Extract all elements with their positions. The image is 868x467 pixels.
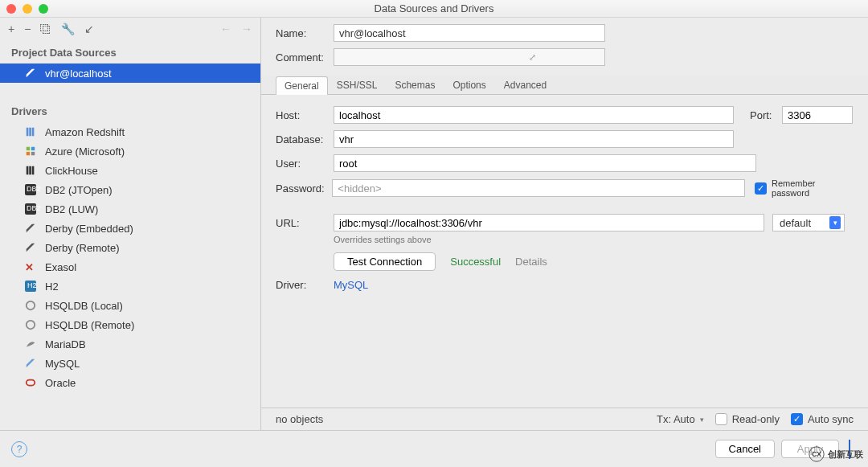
svg-rect-12 xyxy=(27,380,35,386)
svg-point-11 xyxy=(27,321,35,330)
dropdown-arrow-icon: ▾ xyxy=(829,216,841,229)
url-mode-value: default xyxy=(780,217,811,229)
driver-label: Azure (Microsoft) xyxy=(45,145,125,158)
datasource-label: vhr@localhost xyxy=(45,68,112,80)
datasource-tree: vhr@localhost xyxy=(0,63,260,83)
tab-sshssl[interactable]: SSH/SSL xyxy=(328,76,387,94)
watermark: CX 创新互联 xyxy=(809,446,863,462)
mysql-icon xyxy=(24,357,37,370)
port-label: Port: xyxy=(750,109,782,121)
driver-label: DB2 (JTOpen) xyxy=(45,184,113,196)
driver-item[interactable]: MariaDB xyxy=(0,334,260,354)
squares-icon xyxy=(24,145,37,158)
test-connection-button[interactable]: Test Connection xyxy=(334,252,436,271)
host-input[interactable] xyxy=(334,106,734,124)
svg-rect-6 xyxy=(31,152,35,155)
back-icon[interactable]: ← xyxy=(220,23,231,35)
db2-icon: DB2 xyxy=(24,183,37,196)
tab-options[interactable]: Options xyxy=(444,76,494,94)
driver-item[interactable]: Derby (Embedded) xyxy=(0,219,260,238)
driver-label: Driver: xyxy=(276,279,334,291)
database-input[interactable] xyxy=(334,130,734,148)
svg-rect-3 xyxy=(27,147,30,150)
name-label: Name: xyxy=(276,27,334,39)
tx-mode[interactable]: Tx: Auto▾ xyxy=(657,413,704,425)
bars-blue-icon xyxy=(24,125,37,138)
driver-label: ClickHouse xyxy=(45,165,98,177)
tab-advanced[interactable]: Advanced xyxy=(495,76,555,94)
driver-item[interactable]: ClickHouse xyxy=(0,161,260,180)
svg-rect-0 xyxy=(27,128,29,137)
name-input[interactable] xyxy=(334,24,605,42)
hsql-icon xyxy=(24,318,37,331)
svg-rect-8 xyxy=(29,166,31,175)
host-label: Host: xyxy=(276,109,334,121)
general-panel: Host: Port: Database: User: Password: xyxy=(261,95,868,408)
user-label: User: xyxy=(276,158,334,170)
driver-item[interactable]: ✕Exasol xyxy=(0,257,260,277)
svg-rect-5 xyxy=(27,152,30,155)
datasource-item[interactable]: vhr@localhost xyxy=(0,63,260,83)
hsql-icon xyxy=(24,299,37,312)
tab-schemas[interactable]: Schemas xyxy=(386,76,444,94)
bars-dark-icon xyxy=(24,164,37,177)
driver-item[interactable]: MySQL xyxy=(0,354,260,373)
driver-label: Derby (Embedded) xyxy=(45,223,133,235)
svg-text:CX: CX xyxy=(812,450,821,458)
driver-label: MariaDB xyxy=(45,338,86,350)
forward-icon[interactable]: → xyxy=(241,23,252,35)
password-input[interactable] xyxy=(332,179,745,197)
driver-item[interactable]: Azure (Microsoft) xyxy=(0,141,260,161)
driver-item[interactable]: HSQLDB (Remote) xyxy=(0,315,260,334)
details-link[interactable]: Details xyxy=(515,256,547,268)
url-hint: Overrides settings above xyxy=(334,235,854,244)
comment-input[interactable] xyxy=(334,48,605,66)
driver-item[interactable]: DB2DB2 (LUW) xyxy=(0,199,260,219)
x-icon: ✕ xyxy=(24,260,37,273)
feather-icon xyxy=(24,67,37,80)
add-icon[interactable]: + xyxy=(8,23,14,35)
sort-icon[interactable]: ↙ xyxy=(84,23,94,35)
feather-dark-icon xyxy=(24,241,37,254)
driver-item[interactable]: HSQLDB (Local) xyxy=(0,296,260,315)
driver-item[interactable]: Amazon Redshift xyxy=(0,122,260,141)
window-title: Data Sources and Drivers xyxy=(0,2,868,14)
copy-icon[interactable]: ⿻ xyxy=(40,23,51,35)
driver-item[interactable]: DB2DB2 (JTOpen) xyxy=(0,180,260,199)
help-button[interactable]: ? xyxy=(11,441,27,457)
remember-password-checkbox[interactable]: ✓ xyxy=(755,182,767,195)
drivers-header: Drivers xyxy=(0,99,260,122)
titlebar: Data Sources and Drivers xyxy=(0,0,868,18)
readonly-label: Read-only xyxy=(732,413,780,425)
feather-dark-icon xyxy=(24,222,37,235)
svg-rect-2 xyxy=(32,128,35,137)
database-label: Database: xyxy=(276,133,334,145)
url-mode-select[interactable]: default ▾ xyxy=(772,214,845,231)
user-input[interactable] xyxy=(334,154,756,172)
tab-general[interactable]: General xyxy=(276,76,328,95)
svg-rect-4 xyxy=(31,147,35,150)
cancel-button[interactable]: Cancel xyxy=(715,440,775,458)
sidebar-toolbar: + − ⿻ 🔧 ↙ ← → xyxy=(0,18,260,40)
autosync-checkbox[interactable]: ✓ xyxy=(791,413,803,425)
svg-rect-9 xyxy=(32,166,35,175)
tabs: GeneralSSH/SSLSchemasOptionsAdvanced xyxy=(261,76,868,95)
driver-label: Exasol xyxy=(45,261,76,273)
readonly-checkbox[interactable] xyxy=(715,413,727,425)
settings-icon[interactable]: 🔧 xyxy=(61,23,75,35)
url-input[interactable] xyxy=(334,214,764,231)
driver-link[interactable]: MySQL xyxy=(334,279,368,291)
svg-point-10 xyxy=(27,301,35,310)
svg-rect-1 xyxy=(29,128,31,137)
port-input[interactable] xyxy=(782,106,853,124)
svg-rect-7 xyxy=(27,166,29,175)
driver-item[interactable]: Derby (Remote) xyxy=(0,238,260,257)
driver-item[interactable]: H2H2 xyxy=(0,277,260,296)
datasources-header: Project Data Sources xyxy=(0,40,260,63)
maria-icon xyxy=(24,338,37,350)
driver-label: HSQLDB (Remote) xyxy=(45,319,134,331)
driver-item[interactable]: Oracle xyxy=(0,373,260,392)
driver-label: DB2 (LUW) xyxy=(45,203,98,215)
oracle-icon xyxy=(24,376,37,389)
remove-icon[interactable]: − xyxy=(24,23,31,35)
